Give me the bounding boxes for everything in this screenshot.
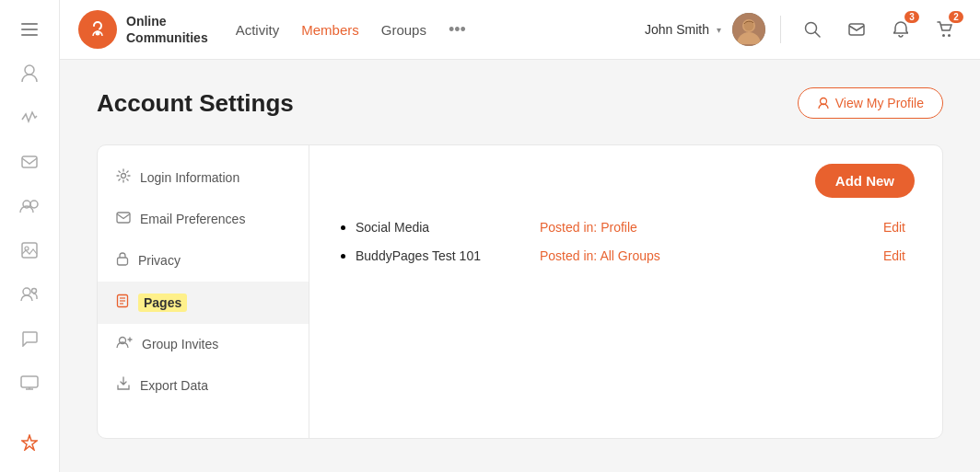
pages-label: Pages (138, 294, 187, 312)
settings-sidebar-email[interactable]: Email Preferences (98, 199, 309, 239)
page-list-item: Social Media Posted in: Profile Edit (356, 219, 915, 235)
svg-rect-26 (117, 213, 130, 223)
svg-point-22 (942, 34, 945, 37)
sidebar-item-media[interactable] (11, 232, 48, 269)
settings-panel: Login Information Email Preferences Priv… (97, 144, 943, 439)
svg-point-8 (25, 247, 29, 250)
settings-sidebar: Login Information Email Preferences Priv… (98, 145, 309, 438)
svg-rect-27 (118, 258, 128, 265)
svg-rect-21 (849, 24, 864, 35)
nav-link-groups[interactable]: Groups (381, 22, 426, 38)
svg-rect-4 (22, 156, 37, 167)
svg-rect-2 (21, 34, 38, 36)
page-posted-allgroups: Posted in: All Groups (540, 248, 660, 263)
notifications-button[interactable]: 3 (884, 13, 917, 46)
notification-badge: 3 (904, 11, 919, 23)
sidebar-item-screen[interactable] (11, 364, 48, 401)
svg-point-25 (122, 174, 126, 178)
main-wrapper: Online Communities Activity Members Grou… (60, 0, 980, 472)
settings-sidebar-pages[interactable]: Pages (98, 282, 309, 324)
login-information-label: Login Information (140, 170, 239, 185)
export-icon (116, 376, 131, 395)
sidebar-item-members[interactable] (11, 276, 48, 313)
lock-icon (116, 251, 129, 270)
sidebar-item-groups[interactable] (11, 188, 48, 224)
pages-list: Social Media Posted in: Profile Edit Bud… (337, 219, 915, 263)
svg-point-23 (948, 34, 951, 37)
cart-button[interactable]: 2 (928, 13, 962, 46)
export-data-label: Export Data (140, 378, 208, 393)
svg-rect-11 (21, 376, 38, 387)
email-icon (116, 211, 131, 227)
svg-rect-7 (22, 243, 37, 258)
sidebar-item-menu[interactable] (11, 11, 48, 48)
sidebar-item-inbox[interactable] (11, 144, 48, 180)
sidebar-item-profile[interactable] (11, 55, 48, 92)
page-name-social-media: Social Media (356, 220, 521, 235)
privacy-label: Privacy (138, 253, 181, 268)
settings-main: Add New Social Media Posted in: Profile … (309, 145, 942, 438)
pages-icon (116, 294, 129, 312)
sidebar-item-alerts[interactable] (11, 424, 48, 461)
nav-right: John Smith ▾ 3 (645, 13, 962, 46)
nav-link-members[interactable]: Members (301, 22, 359, 38)
page-title: Account Settings (97, 89, 294, 118)
view-profile-label: View My Profile (835, 96, 924, 110)
svg-rect-1 (21, 29, 38, 30)
user-name: John Smith (645, 22, 709, 37)
settings-sidebar-login[interactable]: Login Information (98, 156, 309, 199)
add-new-button[interactable]: Add New (815, 164, 915, 198)
settings-sidebar-group-invites[interactable]: Group Invites (98, 324, 309, 364)
group-invites-icon (116, 336, 133, 352)
settings-sidebar-export[interactable]: Export Data (98, 364, 309, 407)
group-invites-label: Group Invites (142, 337, 218, 351)
svg-point-9 (23, 288, 30, 295)
nav-links: Activity Members Groups ••• (236, 20, 626, 40)
nav-divider (780, 16, 781, 43)
page-list-item: BuddyPages Test 101 Posted in: All Group… (356, 248, 915, 263)
logo-icon (78, 10, 117, 49)
email-preferences-label: Email Preferences (140, 212, 245, 226)
sidebar-item-activity[interactable] (11, 99, 48, 136)
left-sidebar (0, 0, 60, 472)
page-posted-profile: Posted in: Profile (540, 220, 637, 235)
sidebar-item-chat[interactable] (11, 320, 48, 357)
page-content: Account Settings View My Profile Login I… (60, 60, 980, 472)
page-name-buddypages: BuddyPages Test 101 (356, 248, 521, 263)
search-button[interactable] (796, 13, 829, 46)
avatar[interactable] (732, 13, 765, 46)
svg-point-6 (30, 201, 38, 208)
nav-more-dots[interactable]: ••• (449, 20, 466, 40)
topnav: Online Communities Activity Members Grou… (60, 0, 980, 60)
logo-text: Online Communities (126, 13, 208, 46)
svg-point-3 (25, 65, 34, 75)
inbox-button[interactable] (840, 13, 873, 46)
view-profile-button[interactable]: View My Profile (798, 87, 943, 119)
cart-badge: 2 (949, 11, 963, 23)
chevron-down-icon: ▾ (717, 25, 721, 35)
nav-link-activity[interactable]: Activity (236, 22, 280, 38)
logo-area: Online Communities (78, 10, 208, 49)
settings-sidebar-privacy[interactable]: Privacy (98, 239, 309, 282)
page-edit-social-media[interactable]: Edit (883, 220, 915, 235)
svg-rect-0 (21, 23, 38, 25)
user-info[interactable]: John Smith ▾ (645, 22, 721, 37)
page-edit-buddypages[interactable]: Edit (883, 248, 915, 263)
svg-point-10 (32, 289, 37, 294)
page-header: Account Settings View My Profile (97, 87, 943, 119)
gear-icon (116, 168, 131, 187)
svg-line-20 (815, 32, 820, 37)
